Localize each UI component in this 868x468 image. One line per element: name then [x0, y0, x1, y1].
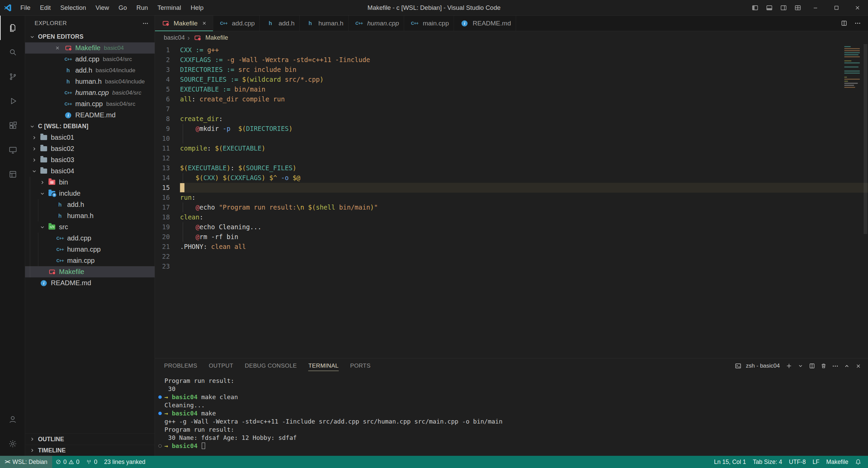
- menu-item-selection[interactable]: Selection: [56, 0, 91, 15]
- menu-item-terminal[interactable]: Terminal: [153, 0, 186, 15]
- breadcrumb-item[interactable]: Makefile: [205, 34, 228, 41]
- settings-icon[interactable]: [0, 431, 25, 456]
- close-button[interactable]: [847, 0, 868, 15]
- code-line-content: @echo Cleaning...: [179, 222, 868, 232]
- extensions-icon[interactable]: [0, 113, 25, 138]
- tree-item-makefile[interactable]: Makefile: [25, 266, 155, 277]
- menu-item-go[interactable]: Go: [114, 0, 132, 15]
- customize-layout-icon[interactable]: [791, 0, 805, 15]
- open-editor-item[interactable]: C++main.cppbasic04/src: [25, 98, 155, 110]
- tab-main-cpp[interactable]: C++main.cpp: [404, 16, 454, 31]
- source-control-icon[interactable]: [0, 64, 25, 89]
- toggle-panel-icon[interactable]: [762, 0, 776, 15]
- close-icon[interactable]: [201, 20, 208, 27]
- statusbar-language-mode[interactable]: Makefile: [823, 456, 852, 468]
- panel-tab-output[interactable]: OUTPUT: [203, 358, 239, 373]
- tab-human-h[interactable]: hhuman.h: [300, 16, 349, 31]
- tab-add-cpp[interactable]: C++add.cpp: [213, 16, 260, 31]
- cpp-icon: C++: [55, 258, 65, 263]
- tree-item-include[interactable]: include: [25, 188, 155, 199]
- more-actions-icon[interactable]: [852, 18, 863, 29]
- statusbar-problems[interactable]: 00: [52, 456, 83, 468]
- breadcrumb-item[interactable]: basic04: [164, 34, 185, 41]
- kill-terminal-icon[interactable]: [818, 361, 829, 371]
- menu-item-file[interactable]: File: [16, 0, 35, 15]
- statusbar-indentation[interactable]: Tab Size: 4: [749, 456, 786, 468]
- containers-icon[interactable]: [0, 162, 25, 187]
- maximize-button[interactable]: [826, 0, 847, 15]
- statusbar-encoding[interactable]: UTF-8: [786, 456, 809, 468]
- tree-item-basic02[interactable]: basic02: [25, 143, 155, 154]
- tab-makefile[interactable]: Makefile: [155, 16, 213, 31]
- menu-item-help[interactable]: Help: [186, 0, 208, 15]
- tab-readme-md[interactable]: iREADME.md: [454, 16, 516, 31]
- tree-item-human-cpp[interactable]: C++human.cpp: [25, 244, 155, 255]
- statusbar-forwarded-ports[interactable]: 0: [83, 456, 101, 468]
- panel-tab-ports[interactable]: PORTS: [344, 358, 376, 373]
- remote-indicator[interactable]: >< WSL: Debian: [0, 456, 52, 468]
- accounts-icon[interactable]: [0, 407, 25, 431]
- statusbar-notifications[interactable]: [852, 456, 865, 468]
- outline-section-header[interactable]: OUTLINE: [25, 433, 155, 445]
- minimap[interactable]: [844, 46, 861, 93]
- workspace-section-header[interactable]: C [WSL: DEBIAN]: [25, 121, 155, 132]
- line-number: 7: [155, 104, 179, 114]
- tree-item-src[interactable]: src: [25, 221, 155, 233]
- statusbar-vim-message[interactable]: 23 lines yanked: [101, 456, 149, 468]
- editor-scrollbar[interactable]: [864, 44, 867, 234]
- title-bar: FileEditSelectionViewGoRunTerminalHelp M…: [0, 0, 868, 16]
- tab-add-h[interactable]: hadd.h: [260, 16, 300, 31]
- line-number: 17: [155, 202, 179, 212]
- breadcrumb[interactable]: basic04›Makefile: [155, 31, 868, 44]
- panel-tab-problems[interactable]: PROBLEMS: [158, 358, 203, 373]
- open-editor-item[interactable]: iREADME.md: [25, 110, 155, 121]
- run-and-debug-icon[interactable]: [0, 89, 25, 113]
- launch-profile-dropdown-icon[interactable]: [795, 361, 806, 371]
- tree-item-add-h[interactable]: hadd.h: [25, 199, 155, 210]
- statusbar-eol[interactable]: LF: [809, 456, 823, 468]
- code-line-content: [179, 261, 868, 271]
- new-terminal-icon[interactable]: [784, 361, 794, 371]
- toggle-secondary-sidebar-icon[interactable]: [776, 0, 791, 15]
- terminal[interactable]: Program run result: 30→ basic04 make cle…: [155, 373, 868, 456]
- open-editor-item[interactable]: C++add.cppbasic04/src: [25, 54, 155, 65]
- minimize-button[interactable]: [805, 0, 826, 15]
- explorer-icon[interactable]: [0, 16, 25, 40]
- open-editor-item[interactable]: hhuman.hbasic04/include: [25, 76, 155, 87]
- menu-item-run[interactable]: Run: [132, 0, 153, 15]
- tree-item-basic01[interactable]: basic01: [25, 132, 155, 143]
- close-panel-icon[interactable]: [853, 361, 863, 371]
- split-terminal-icon[interactable]: [807, 361, 817, 371]
- indent-guide: [183, 202, 183, 212]
- terminal-picker[interactable]: zsh - basic04: [733, 361, 783, 371]
- tree-item-human-h[interactable]: hhuman.h: [25, 210, 155, 221]
- menu-item-edit[interactable]: Edit: [35, 0, 56, 15]
- open-editors-section-header[interactable]: OPEN EDITORS: [25, 31, 155, 42]
- split-editor-icon[interactable]: [838, 18, 850, 29]
- code-editor[interactable]: 1CXX := g++2CXXFLAGS := -g -Wall -Wextra…: [155, 44, 868, 358]
- tree-item-bin[interactable]: bin: [25, 177, 155, 188]
- timeline-section-header[interactable]: TIMELINE: [25, 445, 155, 456]
- tree-item-main-cpp[interactable]: C++main.cpp: [25, 255, 155, 266]
- open-editor-item[interactable]: Makefilebasic04: [25, 42, 155, 54]
- open-editor-item[interactable]: hadd.hbasic04/include: [25, 65, 155, 76]
- statusbar-cursor-position[interactable]: Ln 15, Col 1: [711, 456, 749, 468]
- panel-tab-debug-console[interactable]: DEBUG CONSOLE: [239, 358, 303, 373]
- tree-item-add-cpp[interactable]: C++add.cpp: [25, 233, 155, 244]
- explorer-more-actions-icon[interactable]: [142, 20, 149, 26]
- code-line: 12: [155, 153, 868, 163]
- maximize-panel-icon[interactable]: [842, 361, 852, 371]
- menu-item-view[interactable]: View: [91, 0, 114, 15]
- code-line-content: [179, 252, 868, 261]
- panel-tab-terminal[interactable]: TERMINAL: [302, 358, 344, 373]
- remote-explorer-icon[interactable]: [0, 138, 25, 162]
- tree-item-basic03[interactable]: basic03: [25, 154, 155, 165]
- open-editor-item[interactable]: C++human.cppbasic04/src: [25, 87, 155, 98]
- toggle-primary-sidebar-icon[interactable]: [748, 0, 762, 15]
- tab-human-cpp[interactable]: C++human.cpp: [349, 16, 404, 31]
- tree-item-readme-md[interactable]: iREADME.md: [25, 277, 155, 289]
- more-actions-icon[interactable]: [830, 361, 840, 371]
- tree-item-basic04[interactable]: basic04: [25, 165, 155, 177]
- close-icon[interactable]: [52, 45, 63, 51]
- search-icon[interactable]: [0, 40, 25, 64]
